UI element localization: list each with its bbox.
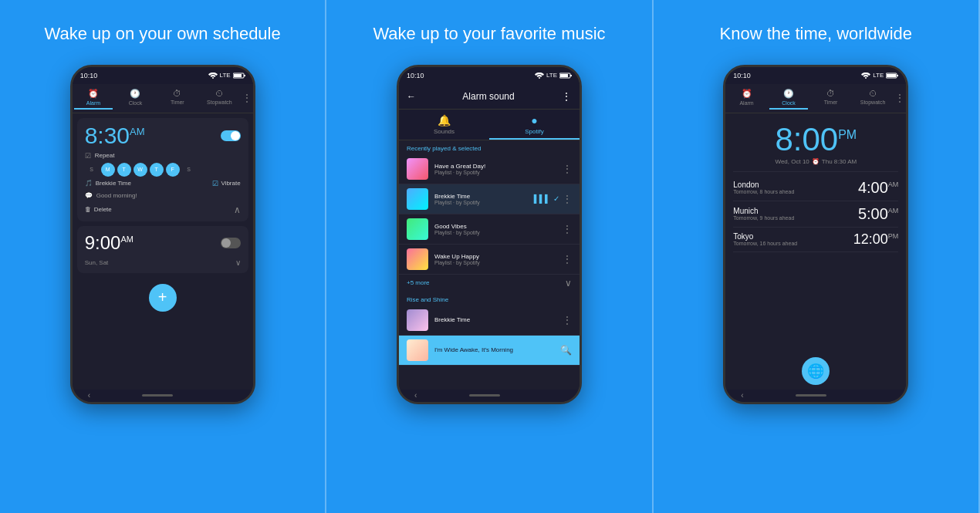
- tab-label-clock-3: Clock: [782, 100, 796, 106]
- city-row-london: London Tomorrow, 8 hours ahead 4:00AM: [733, 175, 898, 201]
- home-bar-2[interactable]: [469, 394, 500, 397]
- tab-alarm-1[interactable]: ⏰ Alarm: [73, 84, 115, 113]
- more-items-row[interactable]: +5 more ∨: [399, 275, 580, 292]
- wifi-icon: [208, 73, 218, 79]
- tab-stopwatch-3[interactable]: ⏲ Stopwatch: [852, 84, 894, 113]
- playlist-item-4[interactable]: Wake Up Happy Playlist · by Spotify ⋮: [399, 245, 580, 275]
- playlist-name-5: Brekkie Time: [434, 316, 556, 323]
- thumb-4: [407, 248, 428, 270]
- more-icon-4[interactable]: ⋮: [563, 254, 572, 265]
- day-w[interactable]: W: [133, 163, 147, 177]
- home-bar-1[interactable]: [142, 394, 173, 397]
- clock-icon-1: 🕐: [130, 89, 140, 99]
- tab-clock-3[interactable]: 🕐 Clock: [768, 84, 810, 113]
- more-icon-2[interactable]: ⋮: [563, 194, 572, 204]
- sounds-tab[interactable]: 🔔 Sounds: [399, 110, 489, 140]
- tab-timer-3[interactable]: ⏱ Timer: [809, 84, 852, 113]
- panel-alarm: Wake up on your own schedule 10:10 LTE ⏰…: [0, 0, 326, 513]
- spotify-tab[interactable]: ● Spotify: [489, 110, 580, 140]
- tab-label-stopwatch-3: Stopwatch: [860, 100, 886, 105]
- more-icon-1[interactable]: ⋮: [563, 164, 572, 174]
- tab-label-stopwatch-1: Stopwatch: [207, 100, 232, 105]
- playlist-item-2[interactable]: Brekkie Time Playlist · by Spotify ▌▌▌ ✓…: [399, 184, 580, 214]
- delete-button[interactable]: 🗑 Delete: [85, 206, 112, 213]
- back-arrow-hw-2[interactable]: ‹: [414, 391, 417, 400]
- city-row-munich: Munich Tomorrow, 9 hours ahead 5:00AM: [733, 201, 898, 228]
- playlist-by-1: Playlist · by Spotify: [434, 170, 556, 175]
- vibrate-row: ☑ Vibrate: [212, 180, 240, 187]
- tab-label-timer-3: Timer: [824, 100, 838, 105]
- city-info-munich: Munich Tomorrow, 9 hours ahead: [733, 207, 794, 221]
- main-date-line: Wed, Oct 10 ⏰ Thu 8:30 AM: [733, 158, 898, 165]
- world-clock-content: 8:00PM Wed, Oct 10 ⏰ Thu 8:30 AM London …: [725, 113, 906, 353]
- section1-label: Recently played & selected: [399, 140, 580, 154]
- battery-icon: [233, 73, 245, 79]
- alarm-ampm-1: AM: [130, 126, 145, 137]
- app-nav-3: ⏰ Alarm 🕐 Clock ⏱ Timer ⏲ Stopwatch ⋮: [725, 84, 906, 113]
- vibrate-label: Vibrate: [221, 180, 240, 187]
- alarm-time-row-2: 9:00AM: [85, 232, 241, 254]
- city-sub-munich: Tomorrow, 9 hours ahead: [733, 215, 794, 221]
- day-t2[interactable]: T: [150, 163, 164, 177]
- day-s2[interactable]: S: [182, 163, 196, 177]
- city-time-london: 4:00AM: [858, 179, 898, 197]
- lte-icon-3: LTE: [873, 72, 884, 79]
- more-icon-6[interactable]: 🔍: [560, 345, 572, 356]
- playlist-item-5[interactable]: Brekkie Time ⋮: [399, 305, 580, 336]
- playlist-item-3[interactable]: Good Vibes Playlist · by Spotify ⋮: [399, 214, 580, 245]
- days-row: S M T W T F S: [85, 163, 241, 177]
- add-alarm-button[interactable]: +: [149, 284, 177, 312]
- alarm-sub-row: Sun, Sat ∨: [85, 258, 241, 267]
- panel1-title: Wake up on your own schedule: [45, 23, 281, 46]
- collapse-icon[interactable]: ∧: [234, 204, 241, 215]
- day-t1[interactable]: T: [117, 163, 131, 177]
- tab-timer-1[interactable]: ⏱ Timer: [157, 84, 199, 113]
- playlist-item-6[interactable]: I'm Wide Awake, It's Morning 🔍: [399, 336, 580, 366]
- tab-underline-1: [74, 108, 113, 110]
- home-bar-3[interactable]: [796, 394, 826, 397]
- more-icon-3[interactable]: ⋮: [563, 224, 572, 235]
- playlist-item-1[interactable]: Have a Great Day! Playlist · by Spotify …: [399, 154, 580, 184]
- back-arrow-hw-1[interactable]: ‹: [88, 391, 90, 400]
- thumb-3: [407, 218, 428, 240]
- lte-icon-2: LTE: [546, 72, 557, 79]
- panel3-title: Know the time, worldwide: [720, 23, 912, 46]
- more-menu-3[interactable]: ⋮: [894, 84, 906, 113]
- repeat-row: ☑ Repeat: [85, 152, 241, 160]
- add-world-clock-button[interactable]: 🌐: [802, 357, 830, 385]
- alarm-toggle-1[interactable]: [221, 130, 241, 141]
- tab-clock-1[interactable]: 🕐 Clock: [114, 84, 157, 113]
- alarm-message: Good morning!: [96, 192, 137, 199]
- alarm-toggle-2[interactable]: [221, 238, 241, 248]
- sounds-icon: 🔔: [438, 114, 451, 127]
- more-icon-5[interactable]: ⋮: [563, 315, 572, 326]
- day-f[interactable]: F: [166, 163, 180, 177]
- playlist-name-1: Have a Great Day!: [434, 163, 556, 170]
- playlist-info-5: Brekkie Time: [434, 316, 556, 323]
- phone-bottom-bar-1: ‹: [73, 390, 253, 402]
- alarm-icon-3: ⏰: [742, 89, 752, 99]
- city-ampm-tokyo: PM: [888, 232, 899, 240]
- repeat-label: Repeat: [95, 152, 115, 159]
- playlist-info-3: Good Vibes Playlist · by Spotify: [434, 223, 556, 235]
- svg-rect-3: [244, 75, 245, 76]
- back-arrow-hw-3[interactable]: ‹: [741, 391, 743, 400]
- lte-icon: LTE: [220, 72, 231, 79]
- playlist-info-6: I'm Wide Awake, It's Morning: [434, 346, 554, 353]
- back-button[interactable]: ←: [407, 91, 416, 102]
- wifi-icon-3: [861, 73, 870, 79]
- day-m[interactable]: M: [101, 163, 115, 177]
- tab-stopwatch-1[interactable]: ⏲ Stopwatch: [198, 84, 241, 113]
- city-sub-london: Tomorrow, 8 hours ahead: [733, 189, 794, 194]
- delete-icon: 🗑: [85, 206, 91, 213]
- more-options-button[interactable]: ⋮: [561, 90, 572, 103]
- expand-alarm-icon[interactable]: ∨: [235, 258, 241, 267]
- svg-rect-2: [234, 74, 242, 77]
- repeat-checkbox-icon: ☑: [85, 152, 91, 160]
- more-menu-1[interactable]: ⋮: [241, 84, 253, 113]
- expand-more-icon[interactable]: ∨: [565, 278, 572, 289]
- tab-alarm-3[interactable]: ⏰ Alarm: [725, 84, 768, 113]
- spotify-icon: 🎵: [85, 180, 93, 187]
- day-s1[interactable]: S: [85, 163, 99, 177]
- section2-label: Rise and Shine: [399, 292, 580, 305]
